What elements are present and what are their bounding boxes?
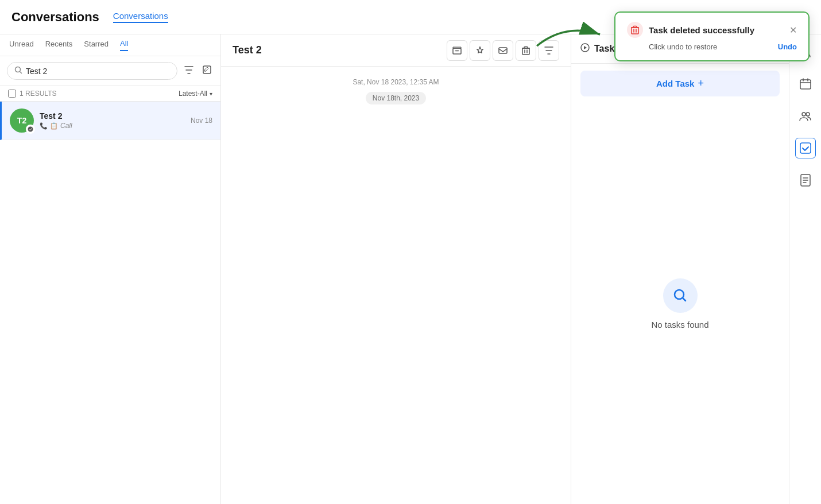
results-count: 1 RESULTS	[8, 90, 56, 98]
plus-icon: +	[698, 77, 704, 90]
meta-type-icon: 📋	[50, 122, 58, 130]
toast-header: Task deleted successfully ✕	[627, 22, 797, 38]
conversation-item[interactable]: T2 Test 2 📞 📋 Call	[0, 102, 220, 140]
meta-phone-icon: 📞	[40, 122, 48, 130]
date-badge: Nov 18th, 2023	[366, 92, 426, 104]
archive-button[interactable]	[447, 40, 467, 61]
add-task-label: Add Task	[656, 79, 694, 88]
main-layout: Unread Recents Starred All	[0, 34, 821, 504]
conversation-name: Test 2	[40, 111, 191, 121]
toast-close-button[interactable]: ✕	[789, 25, 797, 36]
tab-unread[interactable]: Unread	[9, 40, 34, 51]
no-tasks-label: No tasks found	[651, 320, 708, 329]
tasks-panel: Tasks 1 Add Task + No tasks found	[571, 34, 789, 504]
conversation-time: Nov 18	[191, 117, 212, 125]
main-content: Test 2	[221, 34, 571, 504]
results-row: 1 RESULTS Latest-All ▾	[0, 86, 220, 102]
compose-button[interactable]	[200, 63, 214, 79]
search-wrapper[interactable]	[7, 62, 177, 80]
tab-recents[interactable]: Recents	[45, 40, 73, 51]
conversation-meta: 📞 📋 Call	[40, 122, 191, 130]
tasks-check-icon-btn[interactable]	[795, 138, 816, 158]
no-tasks-area: No tasks found	[571, 103, 789, 504]
chat-area: Sat, Nov 18 2023, 12:35 AM Nov 18th, 202…	[221, 67, 571, 504]
header-actions	[447, 40, 559, 61]
add-task-button[interactable]: Add Task +	[580, 71, 780, 96]
no-tasks-search-icon	[663, 278, 698, 313]
app-title: Conversations	[11, 10, 99, 25]
meta-label: Call	[60, 122, 72, 130]
star-button[interactable]	[470, 40, 490, 61]
calendar-icon-btn[interactable]	[795, 73, 816, 94]
document-icon-btn[interactable]	[795, 170, 816, 191]
svg-rect-6	[499, 48, 507, 53]
far-right-bar	[789, 34, 821, 504]
sort-label: Latest-All	[179, 90, 207, 98]
search-row	[0, 56, 220, 86]
delete-button[interactable]	[516, 40, 536, 61]
toast-undo-button[interactable]: Undo	[778, 42, 797, 51]
conversation-header-title: Test 2	[233, 44, 440, 56]
chevron-down-icon: ▾	[210, 91, 212, 97]
team-icon-btn[interactable]	[795, 106, 816, 126]
svg-rect-0	[632, 28, 638, 34]
filter-button[interactable]	[182, 64, 196, 79]
sort-selector[interactable]: Latest-All ▾	[179, 90, 212, 98]
conversation-list: T2 Test 2 📞 📋 Call	[0, 102, 220, 504]
svg-point-12	[802, 113, 805, 116]
tab-all[interactable]: All	[120, 39, 128, 51]
tab-starred[interactable]: Starred	[84, 40, 109, 51]
toast-body: Click undo to restore Undo	[627, 42, 797, 51]
search-input[interactable]	[26, 67, 170, 76]
tasks-play-icon	[580, 43, 590, 55]
avatar-badge	[26, 125, 35, 134]
svg-rect-14	[800, 143, 811, 153]
filter-action-button[interactable]	[539, 40, 559, 61]
svg-rect-7	[522, 48, 529, 55]
toast-title: Task deleted successfully	[649, 25, 784, 35]
filter-tabs: Unread Recents Starred All	[0, 34, 220, 56]
avatar: T2	[10, 108, 34, 133]
trash-icon	[627, 22, 643, 38]
active-tab[interactable]: Conversations	[113, 11, 168, 23]
svg-point-4	[28, 127, 33, 132]
toast-box: Task deleted successfully ✕ Click undo t…	[614, 11, 810, 61]
select-all-checkbox[interactable]	[8, 90, 16, 98]
conversation-info: Test 2 📞 📋 Call	[40, 111, 191, 130]
conversation-header: Test 2	[221, 34, 571, 67]
email-button[interactable]	[493, 40, 513, 61]
toast-notification: Task deleted successfully ✕ Click undo t…	[614, 11, 810, 61]
svg-rect-11	[800, 80, 811, 89]
svg-point-2	[16, 67, 21, 72]
search-icon	[14, 66, 22, 76]
results-count-label: 1 RESULTS	[20, 90, 56, 98]
left-sidebar: Unread Recents Starred All	[0, 34, 221, 504]
toast-message: Click undo to restore	[649, 42, 717, 51]
svg-point-13	[806, 113, 810, 116]
date-divider: Sat, Nov 18 2023, 12:35 AM	[353, 78, 439, 86]
avatar-initials: T2	[17, 116, 26, 125]
